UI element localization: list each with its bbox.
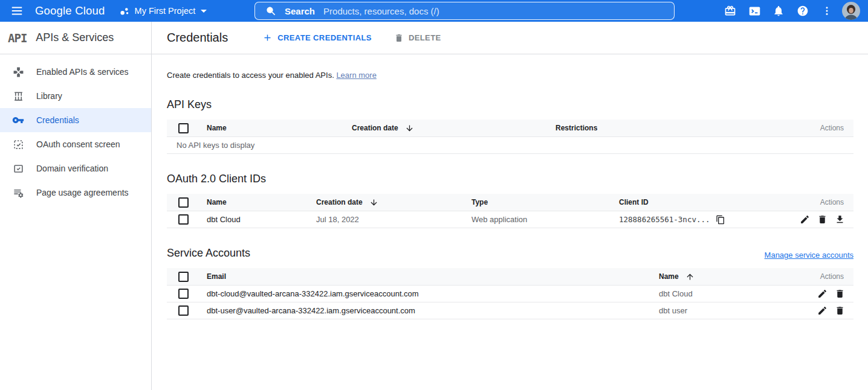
- oauth-consent-icon: [12, 138, 24, 150]
- service-account-email: dbt-user@vaulted-arcana-332422.iam.gserv…: [207, 306, 659, 315]
- delete-icon[interactable]: [817, 214, 828, 225]
- topbar-actions: [718, 0, 863, 22]
- project-switcher[interactable]: My First Project: [119, 6, 207, 16]
- copy-icon[interactable]: [715, 214, 726, 225]
- page-usage-icon: [12, 187, 24, 199]
- more-options-icon[interactable]: [815, 0, 839, 22]
- select-all-checkbox[interactable]: [178, 197, 189, 208]
- service-accounts-table: Email Name Actions dbt-cloud@vaulted-arc…: [167, 268, 853, 319]
- help-icon[interactable]: [791, 0, 815, 22]
- edit-icon[interactable]: [799, 214, 810, 225]
- oauth-heading: OAuth 2.0 Client IDs: [167, 173, 266, 185]
- learn-more-link[interactable]: Learn more: [336, 71, 376, 80]
- domain-verification-icon: [12, 162, 24, 174]
- service-account-name: dbt Cloud: [659, 289, 781, 298]
- sort-desc-icon: [405, 124, 414, 133]
- edit-icon[interactable]: [817, 289, 828, 299]
- table-row: dbt-user@vaulted-arcana-332422.iam.gserv…: [167, 302, 853, 319]
- column-header-actions: Actions: [781, 124, 853, 132]
- api-keys-section-header: API Keys: [167, 98, 853, 111]
- library-icon: [12, 90, 24, 102]
- download-icon[interactable]: [834, 214, 845, 225]
- select-all-checkbox[interactable]: [178, 272, 189, 282]
- column-header-client-id: Client ID: [619, 198, 781, 206]
- column-header-name[interactable]: Name: [207, 198, 316, 206]
- api-keys-heading: API Keys: [167, 98, 212, 111]
- select-all-checkbox[interactable]: [178, 123, 189, 133]
- create-credentials-button[interactable]: CREATE CREDENTIALS: [262, 33, 372, 43]
- sidebar-nav: Enabled APIs & services Library Credenti…: [0, 54, 152, 390]
- google-cloud-logo: Google Cloud: [35, 4, 105, 18]
- column-header-creation-date[interactable]: Creation date: [352, 124, 555, 133]
- api-keys-table-header: Name Creation date Restrictions Actions: [167, 120, 853, 137]
- sidebar-title: APIs & Services: [36, 31, 114, 44]
- service-accounts-table-header: Email Name Actions: [167, 268, 853, 286]
- api-keys-table: Name Creation date Restrictions Actions …: [167, 120, 853, 154]
- column-header-restrictions: Restrictions: [555, 124, 781, 132]
- service-account-name: dbt user: [659, 306, 781, 315]
- column-header-actions: Actions: [781, 272, 853, 281]
- sidebar-item-enabled-apis[interactable]: Enabled APIs & services: [0, 60, 151, 84]
- column-header-type: Type: [471, 198, 619, 206]
- manage-service-accounts-link[interactable]: Manage service accounts: [765, 251, 853, 260]
- trash-icon: [394, 33, 404, 43]
- api-keys-empty-message: No API keys to display: [167, 137, 853, 154]
- sidebar-header: API APIs & Services: [0, 22, 152, 54]
- search-icon: [265, 5, 277, 17]
- sidebar-item-domain-verification[interactable]: Domain verification: [0, 156, 151, 181]
- service-account-email: dbt-cloud@vaulted-arcana-332422.iam.gser…: [207, 289, 659, 298]
- row-checkbox[interactable]: [178, 214, 189, 225]
- search-input[interactable]: Search Products, resources, docs (/): [254, 2, 675, 20]
- client-type: Web application: [471, 215, 619, 224]
- page-header-row: API APIs & Services Credentials CREATE C…: [0, 22, 868, 54]
- column-header-actions: Actions: [781, 198, 853, 206]
- project-name: My First Project: [135, 6, 196, 16]
- search-placeholder: Products, resources, docs (/): [323, 6, 439, 16]
- gift-icon[interactable]: [718, 0, 742, 22]
- table-row: dbt Cloud Jul 18, 2022 Web application 1…: [167, 211, 853, 228]
- cloud-shell-icon[interactable]: [742, 0, 766, 22]
- main-content: Create credentials to access your enable…: [152, 54, 868, 390]
- key-icon: [12, 114, 24, 126]
- api-logo-icon: API: [8, 31, 27, 45]
- menu-icon[interactable]: [8, 2, 25, 19]
- project-icon: [119, 6, 129, 16]
- row-checkbox[interactable]: [178, 305, 189, 316]
- column-header-name[interactable]: Name: [659, 272, 781, 281]
- service-accounts-section-header: Service Accounts Manage service accounts: [167, 247, 853, 260]
- row-checkbox[interactable]: [178, 289, 189, 299]
- chevron-down-icon: [201, 10, 207, 13]
- page-title: Credentials: [167, 31, 228, 45]
- sort-desc-icon: [369, 198, 378, 207]
- column-header-creation-date[interactable]: Creation date: [316, 198, 471, 207]
- sidebar-item-oauth-consent[interactable]: OAuth consent screen: [0, 132, 151, 156]
- sidebar-item-library[interactable]: Library: [0, 84, 151, 108]
- delete-icon[interactable]: [834, 305, 845, 316]
- edit-icon[interactable]: [817, 305, 828, 316]
- notifications-bell-icon[interactable]: [766, 0, 791, 22]
- oauth-clients-table: Name Creation date Type Client ID Action…: [167, 194, 853, 228]
- avatar[interactable]: [839, 0, 863, 22]
- oauth-table-header: Name Creation date Type Client ID Action…: [167, 194, 853, 211]
- intro-text: Create credentials to access your enable…: [167, 71, 854, 80]
- oauth-section-header: OAuth 2.0 Client IDs: [167, 173, 853, 185]
- enabled-apis-icon: [12, 66, 24, 78]
- top-app-bar: Google Cloud My First Project Search Pro…: [0, 0, 868, 22]
- sort-asc-icon: [685, 272, 695, 281]
- delete-button[interactable]: DELETE: [394, 33, 441, 43]
- page-header: Credentials CREATE CREDENTIALS DELETE: [152, 22, 868, 54]
- service-accounts-heading: Service Accounts: [167, 247, 250, 260]
- column-header-email: Email: [207, 272, 659, 281]
- column-header-name[interactable]: Name: [207, 124, 352, 132]
- client-creation-date: Jul 18, 2022: [316, 215, 471, 224]
- client-name: dbt Cloud: [207, 215, 316, 224]
- search-label: Search: [285, 6, 315, 16]
- sidebar-item-credentials[interactable]: Credentials: [0, 108, 151, 132]
- sidebar-item-page-usage-agreements[interactable]: Page usage agreements: [0, 181, 151, 205]
- delete-icon[interactable]: [834, 289, 845, 299]
- table-row: dbt-cloud@vaulted-arcana-332422.iam.gser…: [167, 286, 853, 302]
- plus-icon: [262, 33, 273, 43]
- client-id-value: 128886265561-3ncv...: [619, 214, 781, 225]
